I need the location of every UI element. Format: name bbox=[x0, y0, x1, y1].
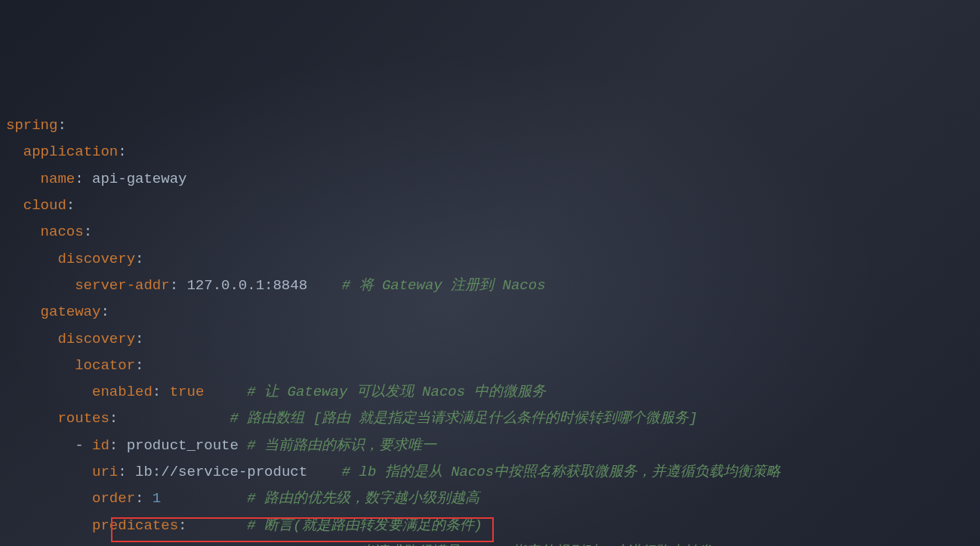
code-line: spring: bbox=[6, 113, 980, 139]
code-line: discovery: bbox=[6, 246, 980, 273]
code-line: discovery: bbox=[6, 326, 980, 353]
code-line: order: 1 # 路由的优先级，数字越小级别越高 bbox=[6, 486, 980, 512]
code-line: predicates: # 断言(就是路由转发要满足的条件) bbox=[6, 513, 980, 539]
code-line: gateway: bbox=[6, 299, 980, 325]
code-line: cloud: bbox=[6, 193, 980, 219]
code-line: nacos: bbox=[6, 219, 980, 245]
code-editor[interactable]: spring: application: name: api-gateway c… bbox=[6, 113, 980, 546]
code-line: routes: # 路由数组 [路由 就是指定当请求满足什么条件的时候转到哪个微… bbox=[6, 406, 980, 432]
code-line: name: api-gateway bbox=[6, 166, 980, 193]
code-line: server-addr: 127.0.0.1:8848 # 将 Gateway … bbox=[6, 273, 980, 299]
code-line: - Path=/product-serv/** # 当请求路径满足 Path 指… bbox=[6, 539, 980, 546]
code-line: uri: lb://service-product # lb 指的是从 Naco… bbox=[6, 459, 980, 486]
code-line: locator: bbox=[6, 353, 980, 379]
code-line: application: bbox=[6, 139, 980, 165]
code-line: - id: product_route # 当前路由的标识，要求唯一 bbox=[6, 433, 980, 459]
code-line: enabled: true # 让 Gateway 可以发现 Nacos 中的微… bbox=[6, 379, 980, 406]
